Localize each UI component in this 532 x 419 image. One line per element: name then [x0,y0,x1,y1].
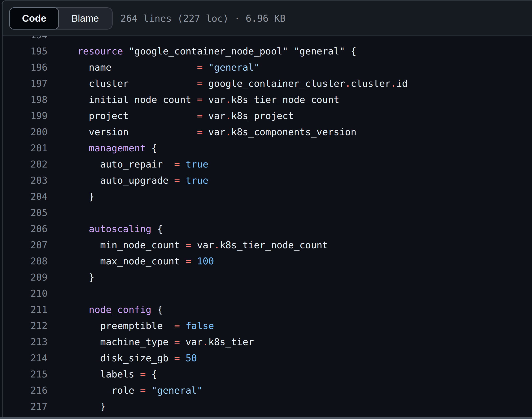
code-lines: 194195 resource "google_container_node_p… [2,36,532,415]
line-number[interactable]: 197 [2,76,48,92]
code-line: 198 initial_node_count = var.k8s_tier_no… [2,92,532,108]
code-line-content: disk_size_gb = 50 [48,350,532,366]
code-line-content: machine_type = var.k8s_tier [48,334,532,350]
line-number[interactable]: 196 [2,59,48,76]
line-number[interactable]: 216 [2,382,48,398]
code-line-content: cluster = google_container_cluster.clust… [48,76,532,92]
code-line: 215 labels = { [2,366,532,382]
line-number[interactable]: 201 [2,140,48,156]
code-scroll-area[interactable]: 194195 resource "google_container_node_p… [2,36,532,417]
tab-code[interactable]: Code [9,7,59,29]
code-line: 217 } [2,398,532,415]
file-viewer: Code Blame 264 lines (227 loc) · 6.96 KB… [2,0,532,417]
code-line: 213 machine_type = var.k8s_tier [2,334,532,350]
code-line-content: } [48,188,532,205]
code-line-content: preemptible = false [48,318,532,334]
code-line: 196 name = "general" [2,59,532,76]
code-line-content: auto_upgrade = true [48,172,532,188]
line-number[interactable]: 217 [2,398,48,415]
code-line: 195 resource "google_container_node_pool… [2,43,532,59]
code-line: 208 max_node_count = 100 [2,253,532,269]
line-number[interactable]: 203 [2,172,48,188]
code-line-content [48,285,532,301]
line-number[interactable]: 215 [2,366,48,382]
code-line: 201 management { [2,140,532,156]
code-line-content: name = "general" [48,59,532,76]
code-line: 212 preemptible = false [2,318,532,334]
code-line-content: auto_repair = true [48,156,532,172]
code-line-content: autoscaling { [48,221,532,237]
code-line-content: } [48,398,532,415]
code-line-content: management { [48,140,532,156]
code-line: 210 [2,285,532,301]
line-number[interactable]: 195 [2,43,48,59]
code-line: 204 } [2,188,532,205]
line-number[interactable]: 207 [2,237,48,253]
code-line-content: min_node_count = var.k8s_tier_node_count [48,237,532,253]
line-number[interactable]: 211 [2,301,48,318]
code-line-content: resource "google_container_node_pool" "g… [48,43,532,59]
file-meta-info: 264 lines (227 loc) · 6.96 KB [120,13,285,24]
code-line-content: project = var.k8s_project [48,108,532,124]
code-line-content: } [48,269,532,285]
code-line-content: node_config { [48,301,532,318]
code-line: 216 role = "general" [2,382,532,398]
code-line: 205 [2,205,532,221]
line-number[interactable]: 200 [2,124,48,140]
code-line: 203 auto_upgrade = true [2,172,532,188]
code-line: 199 project = var.k8s_project [2,108,532,124]
line-number[interactable]: 198 [2,92,48,108]
line-number[interactable]: 206 [2,221,48,237]
line-number[interactable]: 214 [2,350,48,366]
code-line: 209 } [2,269,532,285]
code-line: 206 autoscaling { [2,221,532,237]
line-number[interactable]: 209 [2,269,48,285]
code-line-content: role = "general" [48,382,532,398]
bottom-border [0,417,532,419]
code-line-content: max_node_count = 100 [48,253,532,269]
line-number[interactable]: 205 [2,205,48,221]
code-line-content [48,36,532,43]
code-line-content: labels = { [48,366,532,382]
code-line: 207 min_node_count = var.k8s_tier_node_c… [2,237,532,253]
code-line: 211 node_config { [2,301,532,318]
code-line-content: initial_node_count = var.k8s_tier_node_c… [48,92,532,108]
line-number[interactable]: 199 [2,108,48,124]
line-number[interactable]: 202 [2,156,48,172]
code-line: 202 auto_repair = true [2,156,532,172]
file-viewer-header: Code Blame 264 lines (227 loc) · 6.96 KB [2,1,532,36]
tab-blame[interactable]: Blame [58,8,112,29]
line-number[interactable]: 210 [2,285,48,301]
code-line: 197 cluster = google_container_cluster.c… [2,76,532,92]
line-number[interactable]: 204 [2,188,48,205]
code-blame-segmented-control: Code Blame [9,7,113,29]
code-line: 214 disk_size_gb = 50 [2,350,532,366]
code-line: 194 [2,36,532,43]
line-number[interactable]: 208 [2,253,48,269]
code-line-content [48,205,532,221]
line-number[interactable]: 194 [2,36,48,43]
line-number[interactable]: 213 [2,334,48,350]
code-line-content: version = var.k8s_components_version [48,124,532,140]
line-number[interactable]: 212 [2,318,48,334]
code-line: 200 version = var.k8s_components_version [2,124,532,140]
